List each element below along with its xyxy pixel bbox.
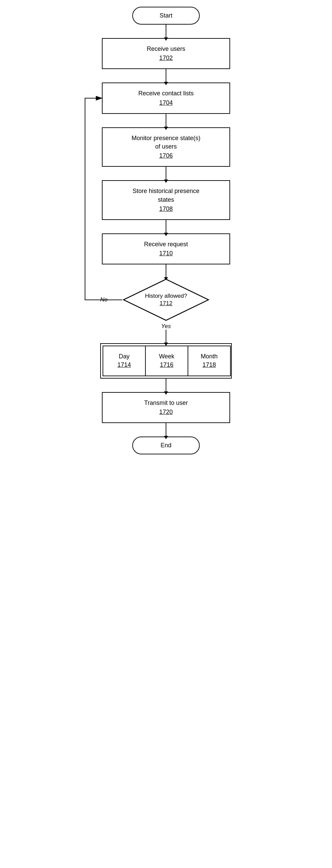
- receive-contact-ref: 1704: [109, 99, 223, 107]
- receive-request-box: Receive request 1710: [102, 234, 230, 265]
- svg-marker-0: [123, 279, 209, 320]
- store-historical-box: Store historical presencestates 1708: [102, 180, 230, 220]
- month-label: Month: [201, 353, 218, 360]
- receive-contact-box: Receive contact lists 1704: [102, 83, 230, 114]
- arrow-contact-to-monitor: [166, 114, 166, 127]
- flowchart: Start Receive users 1702 Receive contact…: [82, 7, 250, 454]
- receive-users-label: Receive users: [147, 45, 185, 52]
- diamond-wrapper: History allowed? 1712: [122, 278, 210, 322]
- transmit-ref: 1720: [109, 408, 223, 416]
- arrow-store-to-receive-request: [166, 220, 166, 234]
- day-box: Day 1714: [103, 346, 146, 376]
- start-terminal-label: Start: [160, 12, 172, 19]
- three-boxes-inner: Day 1714 Week 1716 Month 1718: [103, 346, 231, 376]
- arrow-monitor-to-store: [166, 167, 166, 180]
- three-boxes-outer: Day 1714 Week 1716 Month 1718: [100, 343, 232, 378]
- no-label: No: [100, 297, 108, 303]
- week-ref: 1716: [149, 361, 184, 369]
- transmit-label: Transmit to user: [144, 400, 188, 406]
- arrow-boxes-to-transmit: [166, 379, 166, 392]
- monitor-presence-box: Monitor presence state(s)of users 1706: [102, 127, 230, 167]
- receive-users-ref: 1702: [109, 54, 223, 62]
- receive-request-label: Receive request: [144, 241, 188, 248]
- arrow-start-to-receive-users: [166, 25, 166, 38]
- receive-request-ref: 1710: [109, 249, 223, 258]
- week-box: Week 1716: [146, 346, 188, 376]
- monitor-presence-label: Monitor presence state(s)of users: [132, 135, 200, 150]
- arrow-receive-request-to-diamond: [166, 265, 166, 278]
- transmit-box: Transmit to user 1720: [102, 392, 230, 423]
- diamond-shape: [122, 278, 210, 322]
- month-box: Month 1718: [188, 346, 231, 376]
- diamond-container: No History allowed? 1712: [82, 278, 250, 322]
- month-ref: 1718: [192, 361, 227, 369]
- day-ref: 1714: [107, 361, 142, 369]
- week-label: Week: [159, 353, 174, 360]
- arrow-receive-users-to-contact: [166, 69, 166, 83]
- yes-label: Yes: [161, 323, 171, 330]
- receive-contact-label: Receive contact lists: [138, 90, 194, 97]
- store-historical-label: Store historical presencestates: [133, 188, 199, 203]
- start-terminal: Start: [132, 7, 200, 25]
- monitor-presence-ref: 1706: [109, 152, 223, 160]
- day-label: Day: [119, 353, 130, 360]
- arrow-yes-to-boxes: [166, 330, 166, 343]
- arrow-transmit-to-end: [166, 423, 166, 436]
- receive-users-box: Receive users 1702: [102, 38, 230, 69]
- end-terminal-label: End: [161, 442, 171, 448]
- store-historical-ref: 1708: [109, 205, 223, 213]
